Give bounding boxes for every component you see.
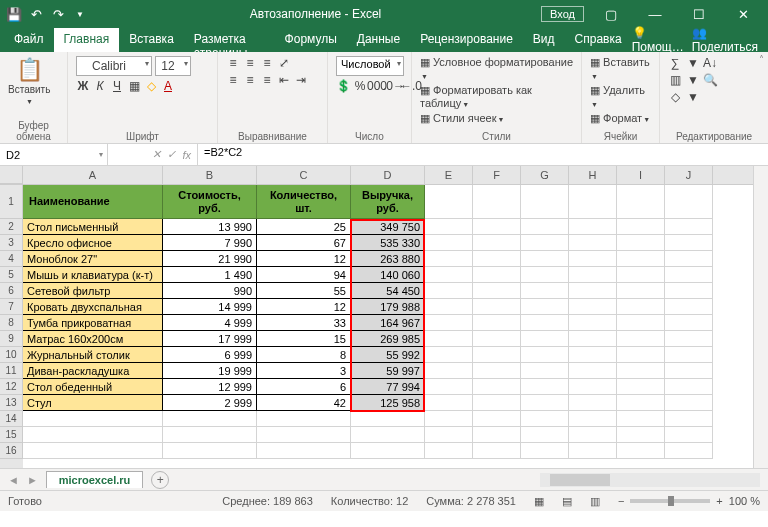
cell[interactable]: [617, 185, 665, 219]
col-header-G[interactable]: G: [521, 166, 569, 184]
cell[interactable]: [617, 331, 665, 347]
cell[interactable]: 15: [257, 331, 351, 347]
cell[interactable]: Количество, шт.: [257, 185, 351, 219]
cell[interactable]: [425, 251, 473, 267]
cell[interactable]: 55 992: [351, 347, 425, 363]
row-header-1[interactable]: 1: [0, 185, 23, 219]
maximize-icon[interactable]: ☐: [678, 0, 720, 28]
cell[interactable]: [521, 219, 569, 235]
cell[interactable]: Наименование: [23, 185, 163, 219]
cell[interactable]: [163, 443, 257, 459]
conditional-formatting-button[interactable]: ▦ Условное форматирование▼: [420, 56, 573, 81]
cell[interactable]: [257, 443, 351, 459]
cell[interactable]: [521, 379, 569, 395]
cell[interactable]: 269 985: [351, 331, 425, 347]
cell[interactable]: Стоимость, руб.: [163, 185, 257, 219]
cell[interactable]: 7 990: [163, 235, 257, 251]
redo-icon[interactable]: ↷: [48, 4, 68, 24]
tab-данные[interactable]: Данные: [347, 28, 410, 52]
cell[interactable]: [617, 251, 665, 267]
cell[interactable]: [473, 331, 521, 347]
cell[interactable]: [473, 347, 521, 363]
cell-styles-button[interactable]: ▦ Стили ячеек▼: [420, 112, 573, 125]
cell[interactable]: [569, 443, 617, 459]
cell[interactable]: [665, 363, 713, 379]
name-box[interactable]: D2: [0, 144, 108, 165]
cell[interactable]: [425, 427, 473, 443]
row-header-16[interactable]: 16: [0, 443, 23, 459]
align-bottom-icon[interactable]: ≡: [260, 56, 274, 70]
cell[interactable]: [473, 427, 521, 443]
cell[interactable]: [425, 379, 473, 395]
cell[interactable]: Выручка, руб.: [351, 185, 425, 219]
cell[interactable]: [665, 347, 713, 363]
cell[interactable]: Стол письменный: [23, 219, 163, 235]
cell[interactable]: 140 060: [351, 267, 425, 283]
zoom-control[interactable]: − + 100 %: [618, 495, 760, 507]
zoom-out-icon[interactable]: −: [618, 495, 624, 507]
cell[interactable]: [521, 331, 569, 347]
cell[interactable]: [665, 185, 713, 219]
vertical-scrollbar[interactable]: [753, 166, 768, 468]
cell[interactable]: [351, 443, 425, 459]
paste-button[interactable]: 📋 Вставить▼: [8, 56, 50, 106]
cell[interactable]: [617, 395, 665, 411]
cell[interactable]: [569, 219, 617, 235]
cell[interactable]: [521, 411, 569, 427]
cell[interactable]: 33: [257, 315, 351, 331]
cell[interactable]: [665, 395, 713, 411]
cell[interactable]: 164 967: [351, 315, 425, 331]
underline-button[interactable]: Ч: [110, 79, 124, 93]
row-header-11[interactable]: 11: [0, 363, 23, 379]
cell[interactable]: [569, 235, 617, 251]
tab-справка[interactable]: Справка: [565, 28, 632, 52]
row-header-6[interactable]: 6: [0, 283, 23, 299]
cell[interactable]: [473, 219, 521, 235]
cell[interactable]: 12: [257, 299, 351, 315]
cancel-fx-icon[interactable]: ✕: [152, 148, 161, 161]
cell[interactable]: Диван-раскладушка: [23, 363, 163, 379]
cell[interactable]: [521, 251, 569, 267]
cell[interactable]: [665, 235, 713, 251]
cell[interactable]: [617, 235, 665, 251]
clear-icon[interactable]: ◇: [668, 90, 682, 104]
cell[interactable]: 17 999: [163, 331, 257, 347]
cell[interactable]: [425, 185, 473, 219]
cell[interactable]: 263 880: [351, 251, 425, 267]
cell[interactable]: 8: [257, 347, 351, 363]
cell[interactable]: 42: [257, 395, 351, 411]
cell[interactable]: [473, 251, 521, 267]
cell[interactable]: [521, 347, 569, 363]
cell[interactable]: [473, 395, 521, 411]
indent-inc-icon[interactable]: ⇥: [294, 73, 308, 87]
cell[interactable]: [665, 219, 713, 235]
minimize-icon[interactable]: —: [634, 0, 676, 28]
comma-icon[interactable]: 000: [370, 79, 384, 93]
zoom-slider[interactable]: [630, 499, 710, 503]
cell[interactable]: [473, 363, 521, 379]
close-icon[interactable]: ✕: [722, 0, 764, 28]
cell[interactable]: [569, 347, 617, 363]
cell[interactable]: [521, 315, 569, 331]
cell[interactable]: 25: [257, 219, 351, 235]
cell[interactable]: 179 988: [351, 299, 425, 315]
font-color-button[interactable]: A: [161, 79, 175, 93]
cell[interactable]: [521, 395, 569, 411]
italic-button[interactable]: К: [93, 79, 107, 93]
row-header-13[interactable]: 13: [0, 395, 23, 411]
cell[interactable]: 77 994: [351, 379, 425, 395]
cell[interactable]: [473, 379, 521, 395]
cell[interactable]: [617, 443, 665, 459]
cell[interactable]: 67: [257, 235, 351, 251]
cell[interactable]: [569, 185, 617, 219]
cell[interactable]: 21 990: [163, 251, 257, 267]
col-header-B[interactable]: B: [163, 166, 257, 184]
cell[interactable]: [257, 427, 351, 443]
cell[interactable]: 55: [257, 283, 351, 299]
ribbon-options-icon[interactable]: ▢: [590, 0, 632, 28]
qat-dropdown-icon[interactable]: ▼: [70, 4, 90, 24]
cell[interactable]: [425, 315, 473, 331]
tab-главная[interactable]: Главная: [54, 28, 120, 52]
bold-button[interactable]: Ж: [76, 79, 90, 93]
cell[interactable]: [617, 283, 665, 299]
